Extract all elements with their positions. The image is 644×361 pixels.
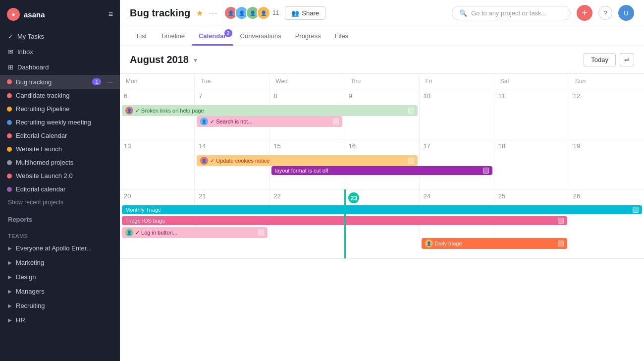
event-name-2-2: ✓ Log in button... bbox=[135, 230, 256, 236]
sidebar-team-3[interactable]: ▶ Managers bbox=[0, 284, 120, 299]
day-number-11: 11 bbox=[498, 92, 565, 100]
event-name-1-0: ✓ Update cookies notice bbox=[210, 158, 406, 164]
calendar-day-w0-d5: 11 bbox=[494, 89, 569, 139]
day-number-12: 12 bbox=[573, 92, 640, 100]
sidebar-item-project-0[interactable]: Bug tracking 1 ··· bbox=[0, 75, 120, 89]
show-recent-projects[interactable]: Show recent projects bbox=[0, 196, 120, 209]
sidebar-team-4[interactable]: ▶ Recruiting bbox=[0, 299, 120, 313]
event-2-2[interactable]: 👤✓ Log in button... bbox=[122, 227, 268, 238]
event-1-1[interactable]: layout format is cut off bbox=[271, 166, 492, 175]
day-number-16: 16 bbox=[348, 142, 415, 150]
team-chevron-3: ▶ bbox=[8, 289, 12, 294]
add-button[interactable]: + bbox=[577, 5, 592, 21]
event-0-1[interactable]: 👤✓ Search is not... bbox=[197, 116, 342, 127]
sidebar-team-2[interactable]: ▶ Design bbox=[0, 270, 120, 284]
day-number-7: 7 bbox=[199, 92, 265, 100]
project-dot-4 bbox=[7, 133, 12, 138]
project-label-5: Website Launch bbox=[16, 145, 62, 153]
user-avatar[interactable]: U bbox=[618, 5, 634, 21]
day-number-20: 20 bbox=[124, 192, 190, 200]
sidebar-item-project-8[interactable]: Editorial calendar bbox=[0, 182, 120, 196]
search-box[interactable]: 🔍 Go to any project or task... bbox=[452, 6, 571, 20]
event-1-0[interactable]: 👤✓ Update cookies notice bbox=[197, 155, 417, 166]
day-number-19: 19 bbox=[573, 142, 640, 150]
team-label-3: Managers bbox=[16, 288, 45, 295]
search-placeholder: Go to any project or task... bbox=[471, 9, 546, 17]
calendar-header: August 2018 ▾ Today ⇌ bbox=[120, 46, 644, 74]
share-icon: 👥 bbox=[291, 9, 299, 17]
tab-files[interactable]: Files bbox=[328, 26, 355, 46]
event-checkbox-2-0[interactable] bbox=[633, 207, 639, 213]
day-header-fri: Fri bbox=[420, 74, 494, 89]
today-button[interactable]: Today bbox=[584, 53, 616, 66]
event-name-2-0: Monthly Triage bbox=[125, 207, 631, 213]
sidebar-item-project-4[interactable]: Editorial Calendar bbox=[0, 129, 120, 142]
project-label-8: Editorial calendar bbox=[16, 185, 65, 193]
filter-button[interactable]: ⇌ bbox=[620, 53, 634, 66]
event-name-1-1: layout format is cut off bbox=[275, 168, 481, 174]
day-number-25: 25 bbox=[498, 192, 565, 200]
share-button[interactable]: 👥 Share bbox=[285, 6, 325, 20]
project-label-1: Candidate tracking bbox=[16, 92, 69, 99]
tab-calendar[interactable]: Calendar2 bbox=[192, 26, 233, 46]
event-checkbox-1-0[interactable] bbox=[408, 158, 414, 164]
sidebar-item-project-5[interactable]: Website Launch bbox=[0, 142, 120, 156]
event-2-0[interactable]: Monthly Triage bbox=[122, 205, 642, 214]
event-checkbox-2-1[interactable] bbox=[558, 218, 564, 224]
sidebar-team-1[interactable]: ▶ Marketing bbox=[0, 255, 120, 270]
project-more-icon-0[interactable]: ··· bbox=[107, 78, 113, 86]
tab-timeline[interactable]: Timeline bbox=[154, 26, 192, 46]
month-prev-icon[interactable]: ▾ bbox=[194, 56, 197, 64]
tab-badge-2: 2 bbox=[224, 29, 232, 37]
sidebar-team-0[interactable]: ▶ Everyone at Apollo Enter... bbox=[0, 241, 120, 255]
project-dot-5 bbox=[7, 147, 12, 152]
check-icon: ✓ bbox=[8, 33, 13, 40]
help-button[interactable]: ? bbox=[598, 6, 612, 20]
event-name-2-1: Triage IOS bugs bbox=[125, 218, 556, 224]
sidebar-item-project-2[interactable]: Recruiting Pipeline bbox=[0, 102, 120, 116]
sidebar-item-inbox[interactable]: ✉ Inbox bbox=[0, 44, 120, 60]
event-checkbox-0-1[interactable] bbox=[333, 119, 339, 124]
avatar-count: 11 bbox=[272, 9, 279, 16]
sidebar-item-dashboard[interactable]: ⊞ Dashboard bbox=[0, 60, 120, 75]
sidebar-toggle-icon[interactable]: ≡ bbox=[108, 10, 113, 19]
sidebar-item-project-6[interactable]: Multihomed projects bbox=[0, 156, 120, 169]
event-0-0[interactable]: 👤✓ Broken links on help page bbox=[122, 105, 418, 116]
project-badge-0: 1 bbox=[92, 78, 101, 85]
project-label-4: Editorial Calendar bbox=[16, 132, 67, 139]
event-checkbox-2-3[interactable] bbox=[558, 241, 564, 246]
sidebar-item-project-3[interactable]: Recruiting weekly meeting bbox=[0, 116, 120, 129]
project-dot-3 bbox=[7, 120, 12, 125]
tab-conversations[interactable]: Conversations bbox=[233, 26, 288, 46]
event-checkbox-2-2[interactable] bbox=[258, 230, 264, 236]
event-name-0-1: ✓ Search is not... bbox=[210, 119, 331, 125]
tab-progress[interactable]: Progress bbox=[288, 26, 328, 46]
teams-list: ▶ Everyone at Apollo Enter... ▶ Marketin… bbox=[0, 241, 120, 327]
day-number-15: 15 bbox=[273, 142, 340, 150]
star-icon[interactable]: ★ bbox=[196, 8, 203, 18]
project-dot-1 bbox=[7, 93, 12, 98]
sidebar-item-project-7[interactable]: Website Launch 2.0 bbox=[0, 169, 120, 182]
event-avatar-2-3: 👤 bbox=[425, 240, 433, 247]
inbox-icon: ✉ bbox=[8, 48, 13, 56]
event-checkbox-0-0[interactable] bbox=[408, 108, 414, 114]
project-dot-6 bbox=[7, 160, 12, 165]
event-2-3[interactable]: 👤Daily triage bbox=[422, 238, 567, 249]
sidebar-item-mytasks[interactable]: ✓ My Tasks bbox=[0, 29, 120, 44]
project-label-6: Multihomed projects bbox=[16, 159, 73, 166]
day-number-23: 23 bbox=[348, 192, 359, 203]
dashboard-label: Dashboard bbox=[17, 63, 49, 71]
event-checkbox-1-1[interactable] bbox=[483, 168, 489, 174]
tab-list[interactable]: List bbox=[130, 26, 154, 46]
project-dot-2 bbox=[7, 107, 12, 112]
calendar-grid: MonTueWedThuFriSatSun 6789101112👤✓ Broke… bbox=[120, 74, 644, 259]
more-options-icon[interactable]: ··· bbox=[209, 9, 218, 17]
topbar-right: 🔍 Go to any project or task... + ? U bbox=[452, 5, 634, 21]
day-number-8: 8 bbox=[273, 92, 340, 100]
sidebar-item-project-1[interactable]: Candidate tracking bbox=[0, 89, 120, 102]
project-label-2: Recruiting Pipeline bbox=[16, 105, 69, 113]
event-2-1[interactable]: Triage IOS bugs bbox=[122, 216, 567, 225]
sidebar-team-5[interactable]: ▶ HR bbox=[0, 313, 120, 327]
days-header: MonTueWedThuFriSatSun bbox=[120, 74, 644, 89]
day-number-14: 14 bbox=[199, 142, 265, 150]
